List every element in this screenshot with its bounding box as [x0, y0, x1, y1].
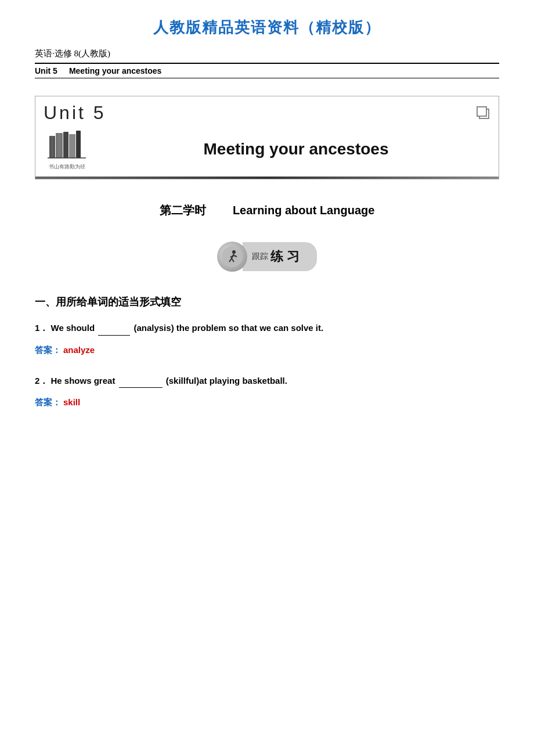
- question-1-text: 1． We should (analysis) the problem so t…: [35, 321, 499, 336]
- unit-banner-top: Unit 5: [35, 96, 499, 127]
- svg-point-9: [232, 250, 236, 254]
- question-2-block: 2． He shows great (skillful)at playing b…: [35, 373, 499, 409]
- q2-answer-value: skill: [63, 397, 80, 407]
- books-label: 书山有路勤为径: [49, 163, 85, 171]
- practice-main-label: 练 习: [270, 248, 300, 265]
- unit-header-title: Meeting your ancestoes: [69, 66, 162, 75]
- copy-icon: [477, 106, 490, 120]
- q1-blank: [98, 326, 130, 336]
- unit-header-label: Unit 5: [35, 66, 57, 75]
- page-container: 人教版精品英语资料（精校版） 英语·选修 8(人教版) Unit 5 Meeti…: [0, 0, 534, 756]
- question-1-block: 1． We should (analysis) the problem so t…: [35, 321, 499, 356]
- q1-answer-label: 答案：: [35, 345, 61, 355]
- practice-banner: 跟踪 练 习: [35, 242, 499, 272]
- q1-number: 1．: [35, 323, 48, 333]
- question-2-text: 2． He shows great (skillful)at playing b…: [35, 373, 499, 388]
- svg-rect-2: [63, 132, 68, 158]
- top-title: 人教版精品英语资料（精校版）: [35, 17, 499, 38]
- unit-banner-content: 书山有路勤为径 Meeting your ancestoes: [35, 127, 499, 177]
- q1-answer-value: analyze: [63, 345, 95, 355]
- subtitle: 英语·选修 8(人教版): [35, 48, 499, 59]
- question-2-answer: 答案： skill: [35, 397, 499, 408]
- practice-cn-label: 跟踪: [252, 251, 268, 262]
- q1-blank-hint: (analysis): [134, 323, 174, 333]
- svg-rect-4: [76, 131, 81, 158]
- unit-header-bar: Unit 5 Meeting your ancestoes: [35, 63, 499, 78]
- books-icon-area: 书山有路勤为径: [44, 127, 90, 171]
- period-cn: 第二学时: [160, 204, 206, 217]
- practice-label-bg: 跟踪 练 习: [243, 242, 317, 271]
- q1-text-before: We should: [51, 323, 95, 333]
- q2-answer-label: 答案：: [35, 397, 61, 407]
- q2-blank: [119, 379, 163, 388]
- banner-main-title: Meeting your ancestoes: [102, 140, 490, 159]
- unit-5-heading: Unit 5: [44, 102, 106, 124]
- running-person-icon: [221, 246, 243, 268]
- books-icon: [46, 127, 87, 162]
- section-period: 第二学时 Learning about Language: [35, 203, 499, 218]
- q1-text-after: the problem so that we can solve it.: [176, 323, 323, 333]
- unit-banner: Unit 5: [35, 96, 499, 179]
- practice-circle-icon: [217, 242, 247, 272]
- period-en: Learning about Language: [233, 204, 374, 217]
- svg-rect-3: [69, 134, 75, 158]
- q2-blank-hint: (skillful)at playing basketball.: [166, 376, 287, 386]
- q2-text-before: He shows great: [51, 376, 116, 386]
- q2-number: 2．: [35, 376, 48, 386]
- banner-bottom-line: [35, 177, 499, 179]
- section-one-title: 一、用所给单词的适当形式填空: [35, 295, 499, 309]
- question-1-answer: 答案： analyze: [35, 345, 499, 356]
